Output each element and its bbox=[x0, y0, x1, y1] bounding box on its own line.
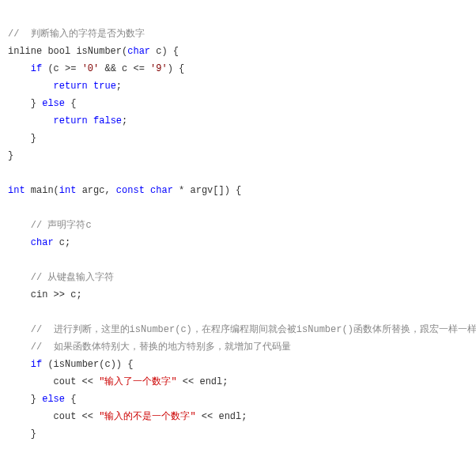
code-line: cout << "输入的不是一个数字" << endl; bbox=[8, 411, 247, 422]
code-line: int main(int argc, const char * argv[]) … bbox=[8, 185, 241, 196]
comment-line: // 判断输入的字符是否为数字 bbox=[8, 28, 145, 40]
code-line: cin >> c; bbox=[8, 289, 82, 300]
code-line: } bbox=[8, 133, 36, 144]
comment-line: // 如果函数体特别大，替换的地方特别多，就增加了代码量 bbox=[8, 342, 291, 353]
code-line: if (isNumber(c)) { bbox=[8, 359, 133, 370]
comment-line: // 从键盘输入字符 bbox=[8, 272, 114, 283]
code-line: if (c >= '0' && c <= '9') { bbox=[8, 63, 184, 74]
code-line: return false; bbox=[8, 115, 127, 126]
code-line: } bbox=[8, 428, 36, 440]
code-line: return true; bbox=[8, 81, 122, 92]
code-block: // 判断输入的字符是否为数字 inline bool isNumber(cha… bbox=[8, 8, 468, 453]
code-line: } else { bbox=[8, 98, 76, 109]
code-line: cout << "输入了一个数字" << endl; bbox=[8, 376, 228, 387]
code-line: } bbox=[8, 150, 13, 161]
comment-line: // 进行判断，这里的isNumber(c)，在程序编程期间就会被isNumbe… bbox=[8, 324, 476, 335]
comment-line: // 声明字符c bbox=[8, 220, 92, 231]
code-line: inline bool isNumber(char c) { bbox=[8, 46, 179, 57]
code-line: } else { bbox=[8, 394, 76, 405]
code-line: char c; bbox=[8, 237, 70, 248]
